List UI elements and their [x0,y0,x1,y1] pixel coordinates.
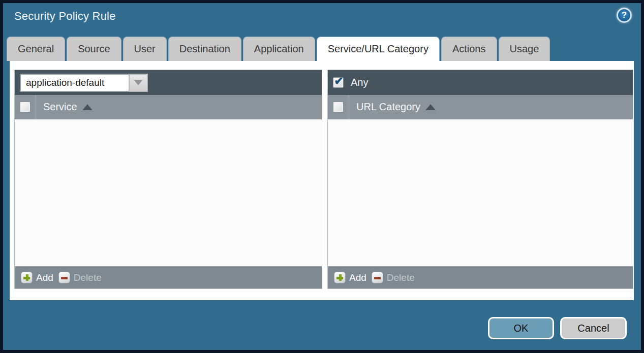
url-category-add-button[interactable]: Add [334,272,366,283]
url-category-list[interactable] [328,119,633,266]
tab-destination[interactable]: Destination [168,37,241,61]
url-category-any-checkbox[interactable] [333,77,344,88]
url-category-any-bar: Any [328,70,633,95]
sort-asc-icon[interactable] [82,104,93,110]
service-list[interactable] [15,119,322,266]
service-add-button[interactable]: Add [21,272,53,283]
sort-asc-icon[interactable] [425,104,436,110]
url-category-actions-bar: Add Delete [328,266,633,288]
tab-general[interactable]: General [7,37,65,61]
url-category-panel: Any URL Category Add Delete [327,70,633,289]
tab-service-url-category[interactable]: Service/URL Category [317,37,440,61]
tab-user[interactable]: User [123,37,167,61]
chevron-down-icon [134,80,143,85]
tab-application[interactable]: Application [243,37,315,61]
url-category-delete-button[interactable]: Delete [372,272,415,283]
plus-icon [334,272,346,283]
url-category-any-label: Any [351,77,368,88]
security-policy-rule-dialog: Security Policy Rule ? GeneralSourceUser… [3,3,641,350]
dialog-title: Security Policy Rule [14,10,116,23]
minus-icon [58,272,70,283]
service-mode-select-value[interactable]: application-default [20,74,129,92]
url-category-column-header[interactable]: URL Category [356,101,420,113]
service-select-all-checkbox[interactable] [20,102,30,112]
ok-button[interactable]: OK [488,317,554,339]
tab-actions[interactable]: Actions [441,37,497,61]
title-bar: Security Policy Rule ? [3,3,641,33]
url-category-select-all-checkbox[interactable] [333,102,344,112]
tab-source[interactable]: Source [67,37,121,61]
tab-usage[interactable]: Usage [499,37,550,61]
help-icon[interactable]: ? [617,8,632,23]
tab-bar: GeneralSourceUserDestinationApplicationS… [7,34,637,61]
dialog-content: application-default Service [10,61,634,300]
service-actions-bar: Add Delete [15,266,322,288]
service-column-header[interactable]: Service [43,101,77,113]
minus-icon [372,272,383,283]
service-toolbar: application-default [15,70,322,95]
service-mode-select-arrow[interactable] [129,74,148,92]
service-table-header: Service [15,95,322,119]
service-mode-select[interactable]: application-default [20,74,148,92]
service-panel: application-default Service [14,70,322,289]
plus-icon [21,272,33,283]
cancel-button[interactable]: Cancel [560,317,627,339]
service-delete-button[interactable]: Delete [58,272,102,283]
url-category-table-header: URL Category [328,95,633,119]
